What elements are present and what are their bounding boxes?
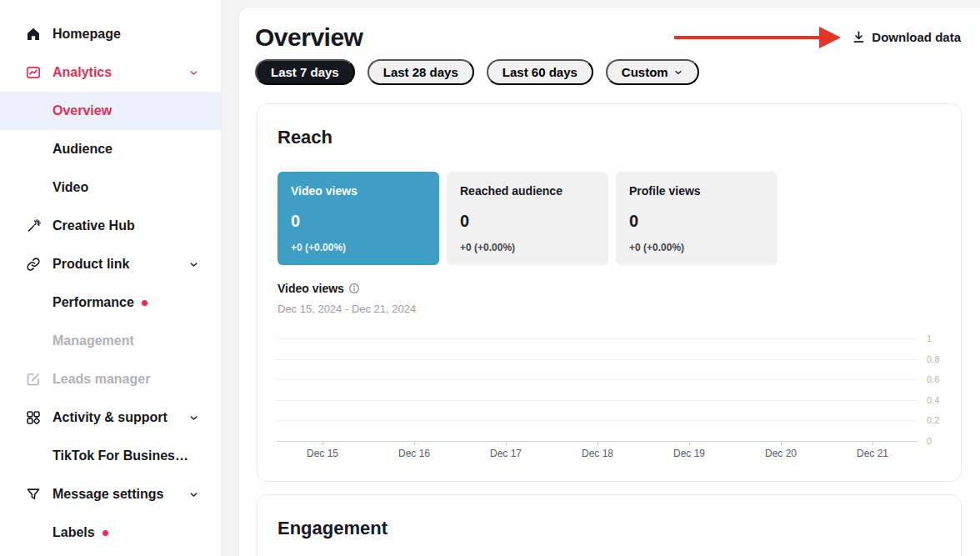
sidebar-item-labels[interactable]: Labels <box>0 513 221 552</box>
reach-title: Reach <box>278 126 941 149</box>
sidebar-item-activity-support[interactable]: Activity & support <box>0 398 221 437</box>
sidebar-item-leads-manager[interactable]: Leads manager <box>0 360 221 398</box>
metric-card-profile-views[interactable]: Profile views 0 +0 (+0.00%) <box>616 172 778 265</box>
download-label: Download data <box>872 30 961 44</box>
sidebar-item-label: Leads manager <box>52 372 150 387</box>
metric-card-video-views[interactable]: Video views 0 +0 (+0.00%) <box>278 172 439 265</box>
x-tick <box>872 441 873 445</box>
edit-icon <box>25 371 42 388</box>
x-tick <box>414 441 415 445</box>
chart-title: Video views <box>278 282 344 295</box>
filter-last-60-days[interactable]: Last 60 days <box>487 59 593 85</box>
metric-delta: +0 (+0.00%) <box>291 242 426 253</box>
sidebar-item-label: Audience <box>52 142 112 157</box>
analytics-dashboard: Homepage Analytics Overview Audience Vid… <box>0 0 980 556</box>
sidebar-item-label: Analytics <box>52 65 112 80</box>
metric-delta: +0 (+0.00%) <box>460 242 595 253</box>
x-tick-label: Dec 17 <box>460 448 552 459</box>
sidebar-item-label: TikTok For Busines… <box>52 448 188 463</box>
filter-last-7-days[interactable]: Last 7 days <box>255 59 355 85</box>
y-tick-label: 0.2 <box>927 415 960 425</box>
sidebar-item-video[interactable]: Video <box>0 168 221 207</box>
sidebar-item-homepage[interactable]: Homepage <box>0 15 221 53</box>
x-tick-label: Dec 15 <box>277 448 368 459</box>
sidebar-item-audience[interactable]: Audience <box>0 130 221 168</box>
chevron-down-icon <box>673 68 683 78</box>
x-tick <box>781 441 782 445</box>
sidebar-item-label: Labels <box>52 525 95 540</box>
video-views-chart: 1 0.8 0.6 0.4 0.2 0 <box>277 338 918 441</box>
sidebar-item-label: Message settings <box>52 487 163 502</box>
annotation-arrow <box>674 27 841 48</box>
sidebar-item-label: Video <box>52 180 88 195</box>
y-tick-label: 0.6 <box>927 374 960 384</box>
engagement-section: Engagement <box>257 494 962 556</box>
x-axis-labels: Dec 15 Dec 16 Dec 17 Dec 18 Dec 19 Dec 2… <box>277 448 918 459</box>
x-tick-label: Dec 21 <box>827 448 918 459</box>
x-tick <box>506 441 507 445</box>
sidebar-item-label: Activity & support <box>52 410 168 425</box>
creative-hub-icon <box>25 218 42 234</box>
sidebar-item-performance[interactable]: Performance <box>0 283 221 322</box>
reach-metric-cards: Video views 0 +0 (+0.00%) Reached audien… <box>278 172 941 265</box>
x-tick-label: Dec 20 <box>735 448 827 459</box>
home-icon <box>25 26 42 43</box>
sidebar-item-product-link[interactable]: Product link <box>0 245 221 283</box>
page-title: Overview <box>255 24 362 51</box>
metric-label: Profile views <box>629 184 764 198</box>
reach-section: Reach Video views 0 +0 (+0.00%) Reached … <box>257 103 962 482</box>
sidebar-item-management[interactable]: Management <box>0 322 221 360</box>
chart-date-range: Dec 15, 2024 - Dec 21, 2024 <box>278 303 941 315</box>
y-tick-label: 1 <box>927 333 960 343</box>
main-content: Overview Download data Last 7 days Last … <box>238 7 980 556</box>
metric-delta: +0 (+0.00%) <box>629 242 764 253</box>
chevron-down-icon <box>188 413 199 423</box>
metric-card-reached-audience[interactable]: Reached audience 0 +0 (+0.00%) <box>447 172 608 265</box>
notification-dot <box>102 530 108 536</box>
x-tick <box>322 441 323 445</box>
sidebar-item-label: Performance <box>52 295 134 310</box>
x-tick-label: Dec 16 <box>368 448 460 459</box>
sidebar-item-label: Overview <box>52 103 112 118</box>
analytics-icon <box>25 64 42 81</box>
date-range-filter: Last 7 days Last 28 days Last 60 days Cu… <box>255 59 699 85</box>
chevron-down-icon <box>188 68 199 78</box>
sidebar-item-tiktok-for-business[interactable]: TikTok For Busines… <box>0 437 221 475</box>
metric-value: 0 <box>460 212 595 231</box>
sidebar-item-creative-hub[interactable]: Creative Hub <box>0 207 221 245</box>
download-icon <box>852 30 866 44</box>
info-icon[interactable] <box>348 283 360 294</box>
x-tick-label: Dec 19 <box>643 448 735 459</box>
chevron-down-icon <box>188 259 199 270</box>
engagement-title: Engagement <box>278 517 941 540</box>
metric-label: Video views <box>291 184 426 198</box>
filter-custom[interactable]: Custom <box>606 59 699 85</box>
download-data-button[interactable]: Download data <box>852 30 961 44</box>
metric-value: 0 <box>629 212 764 231</box>
sidebar-item-label: Product link <box>52 257 129 272</box>
y-tick-label: 0.4 <box>927 395 960 405</box>
filter-last-28-days[interactable]: Last 28 days <box>368 59 474 85</box>
sidebar: Homepage Analytics Overview Audience Vid… <box>0 0 222 556</box>
metric-value: 0 <box>291 212 426 231</box>
x-tick <box>689 441 690 445</box>
grid-icon <box>25 409 42 426</box>
funnel-icon <box>25 486 42 503</box>
metric-label: Reached audience <box>460 184 595 198</box>
sidebar-item-message-settings[interactable]: Message settings <box>0 475 221 513</box>
sidebar-item-analytics[interactable]: Analytics <box>0 53 221 92</box>
x-tick <box>598 441 598 445</box>
chevron-down-icon <box>188 489 199 500</box>
sidebar-item-label: Creative Hub <box>52 218 135 233</box>
sidebar-item-overview[interactable]: Overview <box>0 92 221 130</box>
link-icon <box>25 256 42 273</box>
sidebar-item-label: Homepage <box>52 27 121 42</box>
y-tick-label: 0.8 <box>927 354 960 364</box>
notification-dot <box>142 300 148 306</box>
x-tick-label: Dec 18 <box>552 448 643 459</box>
sidebar-item-label: Management <box>52 333 134 348</box>
chart-header: Video views <box>278 282 941 295</box>
y-tick-label: 0 <box>927 436 960 446</box>
